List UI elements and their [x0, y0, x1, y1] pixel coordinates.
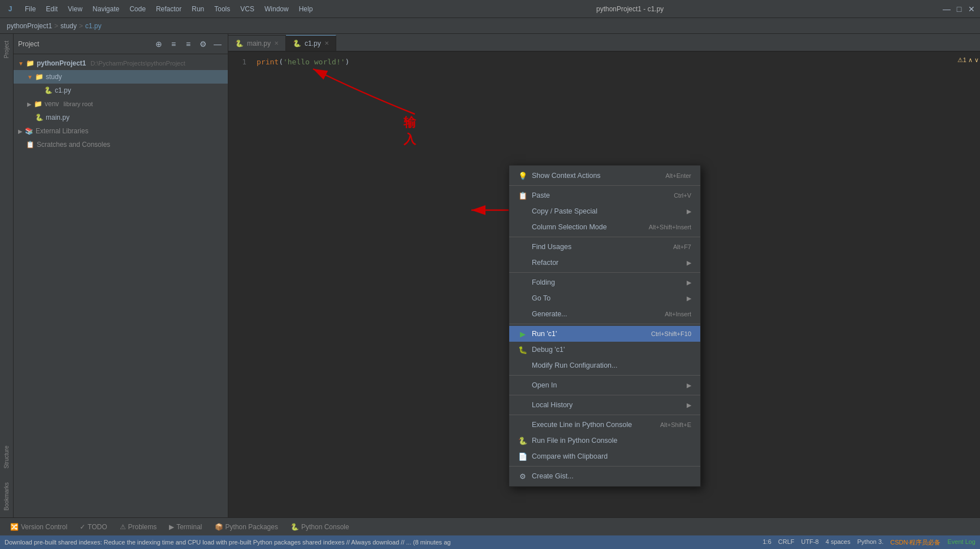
status-python-version[interactable]: Python 3. [857, 538, 883, 547]
tab-c1py[interactable]: 🐍 c1.py ✕ [286, 35, 336, 51]
menu-tools[interactable]: Tools [210, 4, 235, 14]
sidebar-expand-icon[interactable]: ≡ [183, 38, 194, 50]
vtab-bookmarks[interactable]: Bookmarks [1, 476, 12, 517]
bottom-tab-python-packages[interactable]: 📦 Python Packages [209, 521, 284, 533]
menu-refactor[interactable]: Refactor [151, 4, 186, 14]
menu-debug-c1[interactable]: 🐛 Debug 'c1' [509, 342, 700, 358]
open-in-arrow: ▶ [687, 382, 691, 389]
menu-generate[interactable]: Generate... Alt+Insert [509, 306, 700, 322]
context-menu: 💡 Show Context Actions Alt+Enter 📋 Paste… [509, 165, 701, 487]
menu-run[interactable]: Run [187, 4, 209, 14]
python-console-icon: 🐍 [290, 523, 299, 531]
sidebar-hide-icon[interactable]: — [212, 38, 223, 50]
tree-item-study[interactable]: ▼ 📁 study [14, 70, 228, 84]
menu-copy-paste-special[interactable]: Copy / Paste Special ▶ [509, 203, 700, 219]
tab-mainpy[interactable]: 🐍 main.py ✕ [228, 35, 286, 51]
menu-edit[interactable]: Edit [41, 4, 62, 14]
status-right: 1:6 CRLF UTF-8 4 spaces Python 3. CSDN·程… [763, 538, 976, 547]
menu-column-selection[interactable]: Column Selection Mode Alt+Shift+Insert [509, 219, 700, 235]
sidebar-settings-icon[interactable]: ⚙ [197, 38, 209, 50]
menu-code[interactable]: Code [125, 4, 150, 14]
separator-6 [509, 395, 700, 395]
menu-bar: File Edit View Navigate Code Refactor Ru… [20, 4, 317, 14]
status-indent[interactable]: 4 spaces [826, 538, 851, 547]
tree-item-venv[interactable]: ▶ 📁 venv library root [14, 97, 228, 111]
debug-c1-icon: 🐛 [518, 345, 527, 354]
menu-show-context-actions[interactable]: 💡 Show Context Actions Alt+Enter [509, 168, 700, 184]
menu-create-gist[interactable]: ⚙ Create Gist... [509, 468, 700, 484]
tree-item-c1py[interactable]: 🐍 c1.py [14, 84, 228, 97]
separator-4 [509, 324, 700, 324]
tree-item-root[interactable]: ▼ 📁 pythonProject1 D:\PycharmProjects\py… [14, 56, 228, 70]
separator-2 [509, 237, 700, 237]
bottom-tab-todo[interactable]: ✓ TODO [74, 521, 112, 533]
sidebar-collapse-icon[interactable]: ≡ [168, 38, 179, 50]
menu-run-c1[interactable]: ▶ Run 'c1' Ctrl+Shift+F10 [509, 326, 700, 342]
sidebar-title: Project [18, 40, 150, 48]
menu-open-in[interactable]: Open In ▶ [509, 377, 700, 393]
menu-generate-label: Generate... [532, 310, 567, 318]
menu-paste-label: Paste [532, 191, 550, 199]
run-c1-icon: ▶ [518, 329, 527, 338]
maximize-button[interactable]: □ [955, 5, 963, 13]
status-encoding[interactable]: UTF-8 [801, 538, 819, 547]
tabs-bar: 🐍 main.py ✕ 🐍 c1.py ✕ [228, 34, 980, 52]
separator-7 [509, 415, 700, 415]
menu-navigate[interactable]: Navigate [88, 4, 124, 14]
menu-vcs[interactable]: VCS [236, 4, 259, 14]
menu-local-history[interactable]: Local History ▶ [509, 397, 700, 413]
status-line-ending[interactable]: CRLF [778, 538, 795, 547]
version-control-label: Version Control [21, 523, 67, 531]
tab-close-c1py[interactable]: ✕ [324, 40, 329, 46]
menu-run-c1-label: Run 'c1' [532, 330, 557, 338]
bottom-tab-python-console[interactable]: 🐍 Python Console [285, 521, 355, 533]
breadcrumb-file[interactable]: c1.py [85, 22, 102, 30]
folding-icon [518, 278, 527, 287]
menu-compare-clipboard[interactable]: 📄 Compare with Clipboard [509, 448, 700, 464]
tree-item-scratches[interactable]: 📋 Scratches and Consoles [14, 138, 228, 151]
menu-run-file-python[interactable]: 🐍 Run File in Python Console [509, 433, 700, 448]
editor-area[interactable]: 1 print('hello world!') ⚠1 ∧ ∨ [228, 52, 980, 517]
minimize-button[interactable]: — [943, 5, 951, 13]
tree-item-mainpy[interactable]: 🐍 main.py [14, 111, 228, 124]
breadcrumb-study[interactable]: study [60, 22, 77, 30]
python-packages-label: Python Packages [226, 523, 278, 531]
menu-folding[interactable]: Folding ▶ [509, 274, 700, 290]
goto-arrow: ▶ [687, 295, 691, 302]
menu-file[interactable]: File [20, 4, 40, 14]
menu-modify-run-config[interactable]: Modify Run Configuration... [509, 358, 700, 373]
tree-item-external-libs[interactable]: ▶ 📚 External Libraries [14, 124, 228, 138]
bottom-tab-terminal[interactable]: ▶ Terminal [163, 521, 207, 533]
breadcrumb-project[interactable]: pythonProject1 [7, 22, 52, 30]
menu-column-selection-shortcut: Alt+Shift+Insert [649, 224, 691, 230]
vtab-structure[interactable]: Structure [1, 439, 12, 476]
menu-execute-line[interactable]: Execute Line in Python Console Alt+Shift… [509, 417, 700, 433]
menu-help[interactable]: Help [294, 4, 318, 14]
refactor-icon [518, 258, 527, 267]
close-button[interactable]: ✕ [968, 5, 975, 13]
status-event-log[interactable]: Event Log [947, 538, 975, 547]
status-message: Download pre-built shared indexes: Reduc… [5, 539, 450, 546]
run-file-python-icon: 🐍 [518, 436, 527, 445]
menu-goto[interactable]: Go To ▶ [509, 290, 700, 306]
problems-icon: ⚠ [120, 523, 126, 531]
status-position[interactable]: 1:6 [763, 538, 771, 547]
tab-close-mainpy[interactable]: ✕ [274, 40, 279, 46]
menu-window[interactable]: Window [260, 4, 293, 14]
menu-find-usages[interactable]: Find Usages Alt+F7 [509, 239, 700, 255]
menu-view[interactable]: View [63, 4, 87, 14]
line-numbers: 1 [228, 56, 251, 68]
bottom-tab-problems[interactable]: ⚠ Problems [114, 521, 163, 533]
menu-refactor[interactable]: Refactor ▶ [509, 255, 700, 271]
app-logo: J [5, 3, 16, 15]
code-line-1: print('hello world!') [257, 56, 980, 68]
vtab-project[interactable]: Project [1, 34, 12, 65]
window-controls: — □ ✕ [943, 5, 975, 13]
bottom-tab-version-control[interactable]: 🔀 Version Control [5, 521, 73, 533]
menu-run-c1-shortcut: Ctrl+Shift+F10 [651, 330, 691, 337]
menu-paste[interactable]: 📋 Paste Ctrl+V [509, 188, 700, 203]
todo-icon: ✓ [80, 523, 85, 531]
sidebar-locate-icon[interactable]: ⊕ [153, 38, 164, 50]
version-control-icon: 🔀 [10, 523, 19, 531]
status-csdn-label: CSDN·程序员必备 [890, 538, 940, 547]
